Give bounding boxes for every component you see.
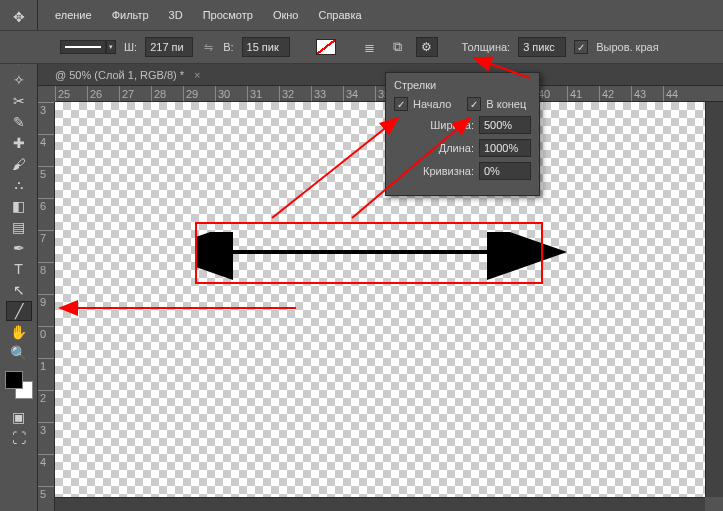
menu-select[interactable]: еление <box>55 9 92 21</box>
menu-bar: еление Фильтр 3D Просмотр Окно Справка <box>0 0 723 30</box>
height-label: В: <box>223 41 233 53</box>
gear-icon[interactable]: ⚙ <box>416 37 438 57</box>
hand-tool[interactable]: ✋ <box>6 322 32 342</box>
move-tool[interactable]: ✥ <box>6 7 32 27</box>
align-edges-label: Выров. края <box>596 41 658 53</box>
arrange-icon[interactable]: ⧉ <box>388 37 408 57</box>
height-input[interactable] <box>242 37 290 57</box>
arrow-length-input[interactable] <box>479 139 531 157</box>
eraser-tool[interactable]: ◧ <box>6 196 32 216</box>
width-input[interactable] <box>145 37 193 57</box>
arrow-end-label: В конец <box>486 98 526 110</box>
arrow-width-label: Ширина: <box>430 119 474 131</box>
arrowheads-popup: Стрелки ✓ Начало ✓ В конец Ширина: Длина… <box>385 72 540 196</box>
arrow-start-checkbox[interactable]: ✓ <box>394 97 408 111</box>
arrow-start-label: Начало <box>413 98 451 110</box>
scrollbar-vertical[interactable] <box>705 102 723 497</box>
doc-tab-bar: @ 50% (Слой 1, RGB/8) * × <box>0 64 723 86</box>
options-bar: ▾ Ш: ⇋ В: ≣ ⧉ ⚙ Толщина: ✓ Выров. края <box>0 30 723 64</box>
drawn-line-shape <box>195 232 723 292</box>
weight-label: Толщина: <box>462 41 511 53</box>
brush-tool[interactable]: 🖌 <box>6 154 32 174</box>
menu-filter[interactable]: Фильтр <box>112 9 149 21</box>
toolbar-left: ✥ ▭ ⌇ ✧ ✂ ✎ ✚ 🖌 ⛬ ◧ ▤ ✒ T ↖ ╱ ✋ 🔍 ▣ ⛶ <box>0 0 38 511</box>
doc-title[interactable]: @ 50% (Слой 1, RGB/8) * <box>55 69 184 81</box>
popup-title: Стрелки <box>394 79 531 91</box>
menu-3d[interactable]: 3D <box>169 9 183 21</box>
gradient-tool[interactable]: ▤ <box>6 217 32 237</box>
scrollbar-horizontal[interactable] <box>55 497 705 511</box>
stroke-dropdown-icon[interactable]: ▾ <box>106 40 116 54</box>
color-swatches[interactable] <box>5 371 33 399</box>
crop-tool[interactable]: ✂ <box>6 91 32 111</box>
weight-input[interactable] <box>518 37 566 57</box>
link-wh-icon[interactable]: ⇋ <box>201 40 215 54</box>
fill-swatch[interactable] <box>316 39 336 55</box>
arrow-concavity-label: Кривизна: <box>423 165 474 177</box>
heal-tool[interactable]: ✚ <box>6 133 32 153</box>
eyedropper-tool[interactable]: ✎ <box>6 112 32 132</box>
pen-tool[interactable]: ✒ <box>6 238 32 258</box>
zoom-tool[interactable]: 🔍 <box>6 343 32 363</box>
line-tool[interactable]: ╱ <box>6 301 32 321</box>
type-tool[interactable]: T <box>6 259 32 279</box>
wand-tool[interactable]: ✧ <box>6 70 32 90</box>
screenmode-toggle[interactable]: ⛶ <box>6 428 32 448</box>
quickmask-toggle[interactable]: ▣ <box>6 407 32 427</box>
doc-close-icon[interactable]: × <box>194 69 200 81</box>
canvas[interactable] <box>55 102 705 497</box>
arrow-end-checkbox[interactable]: ✓ <box>467 97 481 111</box>
arrow-length-label: Длина: <box>439 142 474 154</box>
arrow-width-input[interactable] <box>479 116 531 134</box>
menu-view[interactable]: Просмотр <box>203 9 253 21</box>
stamp-tool[interactable]: ⛬ <box>6 175 32 195</box>
foreground-color[interactable] <box>5 371 23 389</box>
align-edges-checkbox[interactable]: ✓ <box>574 40 588 54</box>
align-icon[interactable]: ≣ <box>360 37 380 57</box>
path-select-tool[interactable]: ↖ <box>6 280 32 300</box>
menu-help[interactable]: Справка <box>318 9 361 21</box>
menu-window[interactable]: Окно <box>273 9 299 21</box>
ruler-vertical: 3456789012345 <box>38 102 55 511</box>
arrow-concavity-input[interactable] <box>479 162 531 180</box>
width-label: Ш: <box>124 41 137 53</box>
stroke-preview[interactable] <box>60 40 106 54</box>
